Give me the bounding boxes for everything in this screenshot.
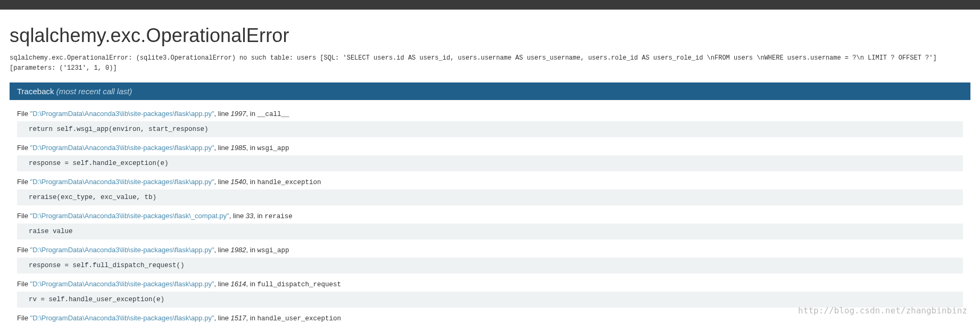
traceback-frame[interactable]: File "D:\ProgramData\Anaconda3\lib\site-… (10, 277, 970, 308)
error-description: sqlalchemy.exc.OperationalError: (sqlite… (10, 53, 970, 73)
code-line[interactable]: return self.wsgi_app(environ, start_resp… (17, 121, 963, 137)
line-number: 33 (246, 212, 253, 220)
frame-location[interactable]: File "D:\ProgramData\Anaconda3\lib\site-… (10, 175, 970, 189)
error-title: sqlalchemy.exc.OperationalError (10, 24, 970, 47)
file-label: File (17, 314, 30, 322)
code-line[interactable]: response = self.full_dispatch_request() (17, 258, 963, 274)
file-path-link[interactable]: "D:\ProgramData\Anaconda3\lib\site-packa… (30, 314, 214, 322)
traceback-frames: File "D:\ProgramData\Anaconda3\lib\site-… (10, 100, 970, 323)
in-label: , in (246, 110, 258, 118)
in-label: , in (246, 246, 258, 254)
function-name: handle_exception (258, 179, 321, 186)
traceback-frame[interactable]: File "D:\ProgramData\Anaconda3\lib\site-… (10, 140, 970, 171)
line-number: 1982 (231, 246, 246, 254)
traceback-suffix: (most recent call last) (56, 87, 132, 96)
function-name: handle_user_exception (258, 315, 342, 322)
line-label: , line (214, 280, 231, 288)
line-number: 1985 (231, 144, 246, 152)
in-label: , in (246, 280, 258, 288)
line-number: 1614 (231, 280, 246, 288)
file-label: File (17, 178, 30, 186)
file-path-link[interactable]: "D:\ProgramData\Anaconda3\lib\site-packa… (30, 178, 214, 186)
frame-location[interactable]: File "D:\ProgramData\Anaconda3\lib\site-… (10, 243, 970, 258)
file-label: File (17, 144, 30, 152)
line-label: , line (214, 110, 231, 118)
window-titlebar (0, 0, 980, 10)
function-name: wsgi_app (258, 145, 289, 152)
file-path-link[interactable]: "D:\ProgramData\Anaconda3\lib\site-packa… (30, 144, 214, 152)
function-name: __call__ (258, 111, 289, 118)
function-name: full_dispatch_request (258, 281, 342, 288)
traceback-frame[interactable]: File "D:\ProgramData\Anaconda3\lib\site-… (10, 106, 970, 137)
file-path-link[interactable]: "D:\ProgramData\Anaconda3\lib\site-packa… (30, 246, 214, 254)
file-label: File (17, 280, 30, 288)
line-label: , line (214, 144, 231, 152)
function-name: reraise (264, 213, 293, 220)
line-label: , line (214, 178, 231, 186)
traceback-label: Traceback (17, 87, 56, 96)
in-label: , in (246, 144, 258, 152)
file-path-link[interactable]: "D:\ProgramData\Anaconda3\lib\site-packa… (30, 280, 214, 288)
error-page: sqlalchemy.exc.OperationalError sqlalche… (0, 10, 980, 323)
line-label: , line (214, 246, 231, 254)
watermark: http://blog.csdn.net/zhangbinbinz (798, 305, 967, 316)
frame-location[interactable]: File "D:\ProgramData\Anaconda3\lib\site-… (10, 209, 970, 223)
file-path-link[interactable]: "D:\ProgramData\Anaconda3\lib\site-packa… (30, 110, 214, 118)
in-label: , in (253, 212, 264, 220)
file-label: File (17, 246, 30, 254)
code-line[interactable]: raise value (17, 223, 963, 239)
code-line[interactable]: response = self.handle_exception(e) (17, 155, 963, 171)
line-label: , line (229, 212, 246, 220)
frame-location[interactable]: File "D:\ProgramData\Anaconda3\lib\site-… (10, 277, 970, 292)
line-number: 1997 (231, 110, 246, 118)
frame-location[interactable]: File "D:\ProgramData\Anaconda3\lib\site-… (10, 106, 970, 121)
line-label: , line (214, 314, 231, 322)
traceback-frame[interactable]: File "D:\ProgramData\Anaconda3\lib\site-… (10, 209, 970, 239)
file-label: File (17, 110, 30, 118)
line-number: 1540 (231, 178, 246, 186)
traceback-frame[interactable]: File "D:\ProgramData\Anaconda3\lib\site-… (10, 243, 970, 274)
frame-location[interactable]: File "D:\ProgramData\Anaconda3\lib\site-… (10, 140, 970, 155)
function-name: wsgi_app (258, 247, 289, 254)
line-number: 1517 (231, 314, 246, 322)
traceback-frame[interactable]: File "D:\ProgramData\Anaconda3\lib\site-… (10, 175, 970, 205)
code-line[interactable]: reraise(exc_type, exc_value, tb) (17, 189, 963, 205)
file-label: File (17, 212, 30, 220)
file-path-link[interactable]: "D:\ProgramData\Anaconda3\lib\site-packa… (30, 212, 229, 220)
in-label: , in (246, 314, 258, 322)
in-label: , in (246, 178, 258, 186)
traceback-header: Traceback (most recent call last) (10, 82, 970, 100)
